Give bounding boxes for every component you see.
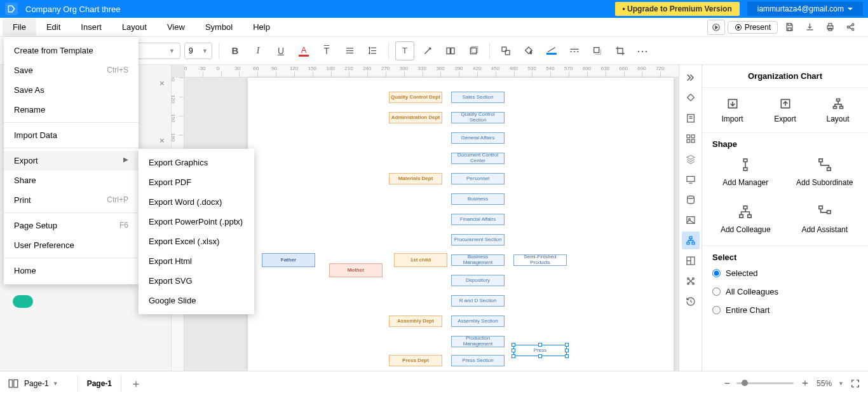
org-node-doc-ctrl[interactable]: Document Control Center bbox=[451, 153, 505, 164]
org-node-mother[interactable]: Mother bbox=[329, 263, 383, 277]
page-select-dropdown[interactable]: Page-1▼ bbox=[24, 379, 58, 388]
org-chart-panel-icon[interactable] bbox=[682, 232, 700, 249]
selection-handle[interactable] bbox=[512, 354, 515, 358]
bold-icon[interactable]: B bbox=[226, 41, 245, 60]
selection-handle[interactable] bbox=[565, 343, 569, 347]
theme-icon[interactable] bbox=[682, 89, 700, 107]
org-node-materials-dept[interactable]: Materials Dept bbox=[389, 173, 442, 184]
rp-import-button[interactable]: Import bbox=[707, 97, 758, 123]
menu-file[interactable]: File bbox=[3, 18, 36, 36]
zoom-in-button[interactable]: ＋ bbox=[800, 377, 810, 390]
radio-entire[interactable] bbox=[712, 306, 721, 314]
select-option-entire[interactable]: Entire Chart bbox=[712, 305, 858, 315]
org-node-fin-aff[interactable]: Financial Affairs bbox=[451, 214, 505, 225]
present-button[interactable]: Present bbox=[728, 21, 778, 34]
menu-symbol[interactable]: Symbol bbox=[195, 18, 243, 36]
floorplan-icon[interactable] bbox=[682, 252, 700, 270]
expand-panel-icon[interactable] bbox=[682, 69, 700, 87]
org-node-sales[interactable]: Sales Section bbox=[451, 92, 505, 103]
file-menu-page-setup[interactable]: Page SetupF6 bbox=[4, 216, 139, 235]
close-tab-icon[interactable]: × bbox=[159, 135, 165, 146]
export-word[interactable]: Export Word (.docx) bbox=[139, 192, 254, 212]
menu-edit[interactable]: Edit bbox=[36, 18, 71, 36]
add-assistant-button[interactable]: Add Assistant bbox=[790, 205, 860, 234]
zoom-slider-thumb[interactable] bbox=[742, 380, 748, 386]
document-title[interactable]: Company Org Chart three bbox=[25, 4, 121, 14]
menu-help[interactable]: Help bbox=[243, 18, 280, 36]
save-icon[interactable] bbox=[780, 20, 798, 35]
file-menu-print[interactable]: PrintCtrl+P bbox=[4, 190, 139, 210]
select-option-colleagues[interactable]: All Colleagues bbox=[712, 287, 858, 296]
add-subordinate-button[interactable]: Add Subordinate bbox=[790, 158, 860, 187]
org-node-business[interactable]: Business bbox=[451, 193, 505, 205]
layout-horizontal-icon[interactable] bbox=[441, 41, 460, 60]
file-menu-save-as[interactable]: Save As bbox=[4, 80, 139, 100]
fill-color-icon[interactable] bbox=[519, 41, 538, 60]
org-node-semi[interactable]: Semi-Finished Products bbox=[513, 254, 567, 266]
layers-icon[interactable] bbox=[682, 150, 700, 168]
zoom-out-button[interactable]: − bbox=[724, 378, 730, 389]
file-menu-home[interactable]: Home bbox=[4, 261, 139, 281]
video-tutorial-icon[interactable] bbox=[707, 20, 725, 35]
rp-layout-button[interactable]: Layout bbox=[813, 97, 864, 123]
selection-handle[interactable] bbox=[565, 354, 569, 358]
fullscreen-icon[interactable] bbox=[850, 378, 860, 389]
user-account-dropdown[interactable]: iammurtaza4@gmail.com bbox=[747, 2, 863, 16]
crop-icon[interactable] bbox=[611, 41, 630, 60]
text-style-icon[interactable]: T bbox=[317, 41, 336, 60]
org-node-press-sec[interactable]: Press Section bbox=[451, 355, 505, 366]
page-props-icon[interactable] bbox=[682, 109, 700, 127]
print-icon[interactable] bbox=[821, 20, 839, 35]
file-menu-export[interactable]: Export▶ bbox=[4, 151, 139, 170]
font-size-select[interactable]: 9▼ bbox=[184, 43, 212, 59]
page-outline-icon[interactable] bbox=[8, 378, 19, 389]
align-icon[interactable] bbox=[340, 41, 359, 60]
export-google-slide[interactable]: Google Slide bbox=[139, 291, 254, 310]
file-menu-share[interactable]: Share bbox=[4, 170, 139, 190]
file-menu-save[interactable]: SaveCtrl+S bbox=[4, 60, 139, 80]
canvas[interactable]: FatherMother1st childQuality Control Dep… bbox=[184, 78, 679, 371]
radio-selected[interactable] bbox=[712, 269, 721, 277]
font-color-icon[interactable]: A bbox=[294, 41, 313, 60]
selection-handle[interactable] bbox=[512, 349, 515, 352]
org-node-gen-aff[interactable]: General Affairs bbox=[451, 132, 505, 144]
select-option-selected[interactable]: Selected bbox=[712, 268, 858, 278]
line-color-icon[interactable] bbox=[542, 41, 561, 60]
org-node-asm-sec[interactable]: Assembly Section bbox=[451, 315, 505, 327]
org-node-qc-dept[interactable]: Quality Control Dept bbox=[389, 92, 442, 103]
download-icon[interactable] bbox=[801, 20, 818, 35]
org-node-qc-sec[interactable]: Quality Control Section bbox=[451, 112, 505, 123]
export-powerpoint[interactable]: Export PowerPoint (.pptx) bbox=[139, 212, 254, 232]
page-surface[interactable]: FatherMother1st childQuality Control Dep… bbox=[248, 78, 674, 371]
group-icon[interactable] bbox=[496, 41, 515, 60]
slides-icon[interactable] bbox=[682, 170, 700, 188]
file-menu-user-preference[interactable]: User Preference bbox=[4, 235, 139, 255]
close-tab-icon[interactable]: × bbox=[159, 78, 165, 88]
selection-handle[interactable] bbox=[512, 343, 515, 347]
org-node-rd[interactable]: R and D Section bbox=[451, 295, 505, 307]
org-node-proc[interactable]: Procurement Section bbox=[451, 234, 505, 246]
connector-icon[interactable] bbox=[418, 41, 437, 60]
zoom-slider[interactable] bbox=[736, 382, 794, 384]
org-node-depo[interactable]: Depository bbox=[451, 275, 505, 286]
more-options-icon[interactable]: ⋯ bbox=[634, 41, 653, 60]
org-node-child1[interactable]: 1st child bbox=[394, 253, 447, 267]
org-node-press-dept[interactable]: Press Dept bbox=[389, 355, 442, 366]
page-tab-active[interactable]: Page-1 bbox=[78, 375, 121, 392]
underline-icon[interactable]: U bbox=[271, 41, 290, 60]
shape-palette-item[interactable] bbox=[13, 295, 33, 308]
file-menu-import-data[interactable]: Import Data bbox=[4, 125, 139, 145]
export-svg[interactable]: Export SVG bbox=[139, 271, 254, 291]
image-icon[interactable] bbox=[682, 211, 700, 229]
shadow-icon[interactable] bbox=[588, 41, 607, 60]
line-spacing-icon[interactable] bbox=[363, 41, 382, 60]
app-logo-icon[interactable] bbox=[5, 3, 18, 15]
export-pdf[interactable]: Export PDF bbox=[139, 172, 254, 192]
zoom-dropdown-icon[interactable]: ▼ bbox=[838, 380, 844, 387]
file-menu-rename[interactable]: Rename bbox=[4, 100, 139, 120]
org-node-personnel[interactable]: Personnel bbox=[451, 173, 505, 184]
history-icon[interactable] bbox=[682, 293, 700, 310]
data-icon[interactable] bbox=[682, 191, 700, 209]
org-node-assembly-dept[interactable]: Assembly Dept bbox=[389, 315, 442, 327]
selection-handle[interactable] bbox=[538, 343, 542, 347]
